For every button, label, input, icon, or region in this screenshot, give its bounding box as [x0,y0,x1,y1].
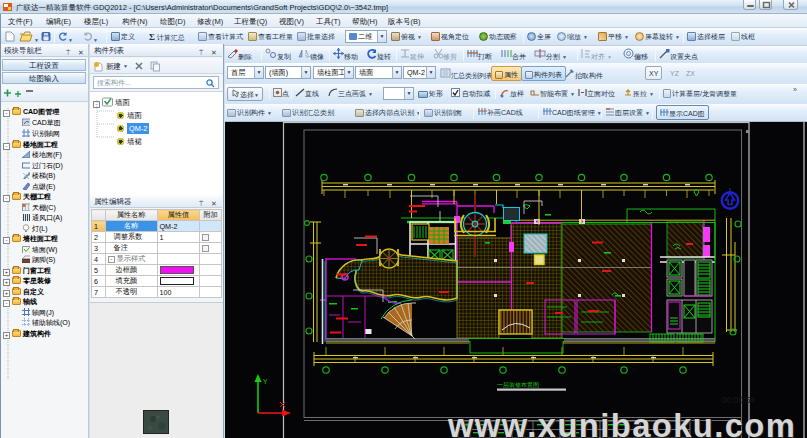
svg-text:00:00:54: 00:00:54 [722,395,755,405]
svg-text:一层装修布置图: 一层装修布置图 [497,382,539,389]
svg-text:Y: Y [263,378,268,385]
